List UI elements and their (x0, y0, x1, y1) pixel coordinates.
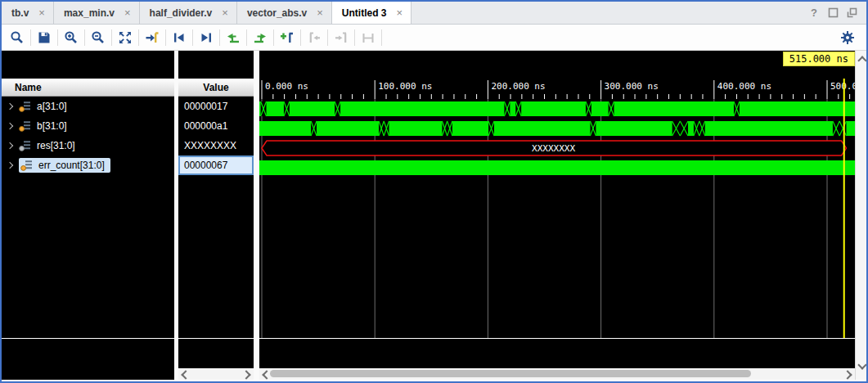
signal-value-res-31-0[interactable]: XXXXXXXX (178, 136, 254, 155)
svg-text:XXXXXXXX: XXXXXXXX (532, 143, 575, 154)
search-button[interactable] (7, 28, 28, 47)
signal-value-b-31-0[interactable]: 000000a1 (178, 116, 254, 136)
settings-gear-button[interactable] (837, 28, 858, 47)
vertical-scrollbar[interactable] (855, 51, 866, 380)
name-panel-top-spacer (2, 51, 174, 79)
name-rows: a[31:0]b[31:0]res[31:0]err_count[31:0] (2, 97, 174, 175)
name-header-label: Name (15, 82, 42, 93)
signal-row-err-count-31-0[interactable]: err_count[31:0] (2, 155, 174, 175)
add-marker-button[interactable] (277, 28, 298, 47)
previous-marker-icon (307, 30, 322, 45)
signal-name-label: a[31:0] (37, 101, 67, 112)
next-marker-button[interactable] (331, 28, 352, 47)
svg-text:0.000 ns: 0.000 ns (265, 81, 308, 92)
svg-text:500.000 ns: 500.000 ns (830, 81, 855, 92)
timeline-ruler[interactable]: 0.000 ns100.000 ns200.000 ns300.000 ns40… (259, 79, 855, 99)
tab-label: vector_abs.v (247, 7, 307, 19)
wave-panel[interactable]: 515.000 ns 0.000 ns100.000 ns200.000 ns3… (259, 51, 855, 380)
save-icon (37, 30, 52, 45)
wave-bottom-divider (259, 338, 855, 339)
signal-name-panel: Name a[31:0]b[31:0]res[31:0]err_count[31… (2, 51, 174, 380)
signal-name-label: b[31:0] (37, 120, 67, 132)
waveform-canvas[interactable]: XXXXXXXX (259, 99, 855, 338)
signal-value-a-31-0[interactable]: 00000017 (178, 97, 254, 116)
wave-scrollbar-thumb[interactable] (270, 370, 751, 377)
toolbar-separator (111, 29, 112, 46)
tab-max-min-v[interactable]: max_min.v× (54, 2, 140, 24)
zoom-in-button[interactable] (61, 28, 82, 47)
settings-gear-icon (840, 30, 855, 45)
tab-vector-abs-v[interactable]: vector_abs.v× (237, 2, 332, 24)
signal-row-b-31-0[interactable]: b[31:0] (2, 116, 174, 136)
value-panel-top-spacer (178, 51, 254, 79)
signal-name-cell: res[31:0] (19, 140, 75, 151)
scroll-right-icon[interactable] (843, 370, 852, 379)
swap-next-icon (253, 30, 268, 45)
help-icon[interactable]: ? (807, 7, 821, 20)
signal-name-label: err_count[31:0] (38, 160, 105, 171)
previous-marker-button[interactable] (304, 28, 325, 47)
toolbar-separator (327, 29, 328, 46)
bus-gray-icon (19, 140, 32, 151)
signal-name-label: res[31:0] (37, 140, 75, 151)
value-horizontal-scrollbar[interactable] (178, 368, 254, 380)
scroll-left-icon[interactable] (181, 370, 190, 379)
scroll-up-icon[interactable] (857, 56, 866, 65)
expand-chevron-icon[interactable] (7, 123, 13, 129)
close-tab-icon[interactable]: × (38, 7, 45, 18)
toolbar-separator (30, 29, 31, 46)
toolbar-separator (57, 29, 58, 46)
wave-horizontal-scrollbar[interactable] (259, 368, 855, 380)
go-to-last-time-button[interactable] (142, 28, 163, 47)
expand-chevron-icon[interactable] (7, 103, 13, 110)
tab-label: tb.v (11, 7, 29, 19)
expand-chevron-icon[interactable] (7, 162, 13, 169)
swap-next-button[interactable] (250, 28, 271, 47)
signal-row-res-31-0[interactable]: res[31:0] (2, 136, 174, 155)
name-column-header[interactable]: Name (2, 79, 174, 97)
cursor-time-badge: 515.000 ns (783, 52, 855, 66)
waveform-toolbar (2, 25, 866, 51)
close-tab-icon[interactable]: × (397, 7, 403, 18)
value-rows: 00000017000000a1XXXXXXXX00000067 (178, 97, 254, 175)
close-tab-icon[interactable]: × (124, 7, 131, 18)
toolbar-separator (219, 29, 220, 46)
toolbar-separator (84, 29, 85, 46)
float-icon[interactable] (845, 7, 858, 20)
maximize-icon[interactable] (826, 7, 839, 20)
toolbar-separator (273, 29, 274, 46)
previous-transition-button[interactable] (169, 28, 190, 47)
signal-value-err-count-31-0[interactable]: 00000067 (178, 155, 254, 175)
add-marker-icon (280, 30, 295, 45)
close-tab-icon[interactable]: × (317, 7, 323, 18)
go-to-last-time-icon (145, 30, 160, 45)
span-between-markers-button[interactable] (358, 28, 379, 47)
zoom-out-button[interactable] (88, 28, 109, 47)
scroll-down-icon[interactable] (857, 360, 866, 369)
tab-label: half_divider.v (150, 7, 213, 19)
value-wave-splitter[interactable] (254, 51, 259, 380)
next-transition-button[interactable] (196, 28, 217, 47)
save-button[interactable] (34, 28, 55, 47)
wave-bottom-divider (2, 338, 174, 339)
wave-bottom-divider (178, 338, 254, 339)
value-header-label: Value (203, 82, 228, 93)
bus-orange-icon (19, 101, 32, 112)
svg-text:200.000 ns: 200.000 ns (491, 81, 545, 92)
zoom-fit-button[interactable] (115, 28, 136, 47)
zoom-in-icon (64, 30, 79, 45)
signal-name-cell: a[31:0] (19, 101, 67, 112)
swap-previous-icon (226, 30, 241, 45)
tab-untitled-3[interactable]: Untitled 3× (332, 2, 412, 24)
expand-chevron-icon[interactable] (7, 142, 13, 149)
toolbar-separator (300, 29, 301, 46)
tab-label: max_min.v (64, 7, 115, 19)
swap-previous-button[interactable] (223, 28, 244, 47)
close-tab-icon[interactable]: × (222, 7, 228, 18)
scroll-right-icon[interactable] (241, 370, 250, 379)
svg-text:100.000 ns: 100.000 ns (378, 81, 432, 92)
tab-half-divider-v[interactable]: half_divider.v× (140, 2, 237, 24)
signal-row-a-31-0[interactable]: a[31:0] (2, 97, 174, 116)
value-column-header[interactable]: Value (178, 79, 254, 97)
tab-tb-v[interactable]: tb.v× (2, 2, 54, 24)
